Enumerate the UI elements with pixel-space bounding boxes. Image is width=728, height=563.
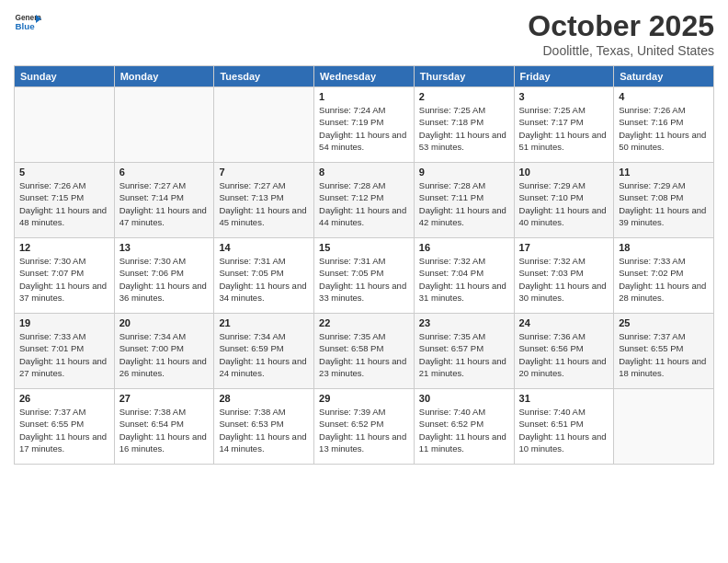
calendar-week-0: 1Sunrise: 7:24 AM Sunset: 7:19 PM Daylig… [15,87,714,163]
calendar-cell: 13Sunrise: 7:30 AM Sunset: 7:06 PM Dayli… [114,238,214,314]
calendar-cell: 1Sunrise: 7:24 AM Sunset: 7:19 PM Daylig… [314,87,415,163]
location: Doolittle, Texas, United States [528,43,714,58]
day-info: Sunrise: 7:31 AM Sunset: 7:05 PM Dayligh… [319,255,409,304]
day-info: Sunrise: 7:40 AM Sunset: 6:51 PM Dayligh… [519,406,609,454]
day-info: Sunrise: 7:30 AM Sunset: 7:06 PM Dayligh… [119,255,210,304]
calendar-cell: 12Sunrise: 7:30 AM Sunset: 7:07 PM Dayli… [15,238,115,314]
day-number: 16 [419,242,509,253]
col-friday: Friday [514,66,614,87]
calendar-cell: 3Sunrise: 7:25 AM Sunset: 7:17 PM Daylig… [514,87,614,163]
calendar-cell: 10Sunrise: 7:29 AM Sunset: 7:10 PM Dayli… [514,163,614,238]
day-number: 31 [519,393,609,404]
day-info: Sunrise: 7:34 AM Sunset: 7:00 PM Dayligh… [119,330,210,379]
day-number: 17 [519,242,609,253]
day-number: 8 [319,167,409,178]
day-number: 24 [519,317,609,328]
month-title: October 2025 [528,9,714,43]
day-info: Sunrise: 7:38 AM Sunset: 6:53 PM Dayligh… [219,406,309,454]
calendar-cell: 29Sunrise: 7:39 AM Sunset: 6:52 PM Dayli… [314,389,415,465]
calendar-cell: 20Sunrise: 7:34 AM Sunset: 7:00 PM Dayli… [114,314,214,389]
day-info: Sunrise: 7:38 AM Sunset: 6:54 PM Dayligh… [119,406,210,454]
day-number: 1 [319,91,409,102]
calendar-week-2: 12Sunrise: 7:30 AM Sunset: 7:07 PM Dayli… [15,238,714,314]
day-info: Sunrise: 7:39 AM Sunset: 6:52 PM Dayligh… [319,406,409,454]
title-block: October 2025 Doolittle, Texas, United St… [528,9,714,58]
calendar-cell: 22Sunrise: 7:35 AM Sunset: 6:58 PM Dayli… [314,314,415,389]
day-number: 6 [119,167,210,178]
calendar-header-row: Sunday Monday Tuesday Wednesday Thursday… [15,66,714,87]
calendar-cell: 19Sunrise: 7:33 AM Sunset: 7:01 PM Dayli… [15,314,115,389]
day-info: Sunrise: 7:28 AM Sunset: 7:12 PM Dayligh… [319,179,409,228]
calendar-cell: 7Sunrise: 7:27 AM Sunset: 7:13 PM Daylig… [214,163,314,238]
col-wednesday: Wednesday [314,66,415,87]
day-info: Sunrise: 7:32 AM Sunset: 7:03 PM Dayligh… [519,255,609,304]
day-info: Sunrise: 7:26 AM Sunset: 7:15 PM Dayligh… [19,179,109,228]
day-number: 2 [419,91,509,102]
day-number: 20 [119,317,210,328]
day-info: Sunrise: 7:36 AM Sunset: 6:56 PM Dayligh… [519,330,609,379]
calendar-week-4: 26Sunrise: 7:37 AM Sunset: 6:55 PM Dayli… [15,389,714,465]
day-number: 23 [419,317,509,328]
calendar-cell: 23Sunrise: 7:35 AM Sunset: 6:57 PM Dayli… [414,314,514,389]
day-info: Sunrise: 7:25 AM Sunset: 7:17 PM Dayligh… [519,104,609,153]
calendar-week-1: 5Sunrise: 7:26 AM Sunset: 7:15 PM Daylig… [15,163,714,238]
calendar-cell [614,389,714,465]
header: General Blue October 2025 Doolittle, Tex… [14,9,714,58]
svg-text:Blue: Blue [16,21,36,31]
calendar-cell: 9Sunrise: 7:28 AM Sunset: 7:11 PM Daylig… [414,163,514,238]
logo: General Blue [14,9,41,37]
day-info: Sunrise: 7:35 AM Sunset: 6:58 PM Dayligh… [319,330,409,379]
day-info: Sunrise: 7:26 AM Sunset: 7:16 PM Dayligh… [619,104,709,153]
day-info: Sunrise: 7:35 AM Sunset: 6:57 PM Dayligh… [419,330,509,379]
calendar-cell: 31Sunrise: 7:40 AM Sunset: 6:51 PM Dayli… [514,389,614,465]
day-number: 4 [619,91,709,102]
calendar-cell: 27Sunrise: 7:38 AM Sunset: 6:54 PM Dayli… [114,389,214,465]
calendar-cell: 30Sunrise: 7:40 AM Sunset: 6:52 PM Dayli… [414,389,514,465]
calendar-cell [15,87,115,163]
day-info: Sunrise: 7:33 AM Sunset: 7:02 PM Dayligh… [619,255,709,304]
calendar-cell: 11Sunrise: 7:29 AM Sunset: 7:08 PM Dayli… [614,163,714,238]
day-info: Sunrise: 7:31 AM Sunset: 7:05 PM Dayligh… [219,255,309,304]
day-info: Sunrise: 7:37 AM Sunset: 6:55 PM Dayligh… [19,406,109,454]
day-number: 15 [319,242,409,253]
day-number: 10 [519,167,609,178]
day-number: 21 [219,317,309,328]
day-number: 14 [219,242,309,253]
day-info: Sunrise: 7:25 AM Sunset: 7:18 PM Dayligh… [419,104,509,153]
day-number: 3 [519,91,609,102]
day-number: 25 [619,317,709,328]
day-number: 28 [219,393,309,404]
calendar-cell: 14Sunrise: 7:31 AM Sunset: 7:05 PM Dayli… [214,238,314,314]
calendar-cell: 24Sunrise: 7:36 AM Sunset: 6:56 PM Dayli… [514,314,614,389]
day-number: 22 [319,317,409,328]
calendar-cell: 18Sunrise: 7:33 AM Sunset: 7:02 PM Dayli… [614,238,714,314]
calendar-cell: 17Sunrise: 7:32 AM Sunset: 7:03 PM Dayli… [514,238,614,314]
day-number: 9 [419,167,509,178]
day-number: 29 [319,393,409,404]
day-number: 26 [19,393,109,404]
day-number: 18 [619,242,709,253]
day-number: 11 [619,167,709,178]
calendar-cell: 28Sunrise: 7:38 AM Sunset: 6:53 PM Dayli… [214,389,314,465]
col-sunday: Sunday [15,66,115,87]
calendar-cell: 5Sunrise: 7:26 AM Sunset: 7:15 PM Daylig… [15,163,115,238]
logo-icon: General Blue [14,9,41,37]
day-info: Sunrise: 7:27 AM Sunset: 7:14 PM Dayligh… [119,179,210,228]
calendar-cell: 26Sunrise: 7:37 AM Sunset: 6:55 PM Dayli… [15,389,115,465]
day-info: Sunrise: 7:40 AM Sunset: 6:52 PM Dayligh… [419,406,509,454]
day-number: 27 [119,393,210,404]
day-number: 12 [19,242,109,253]
day-info: Sunrise: 7:27 AM Sunset: 7:13 PM Dayligh… [219,179,309,228]
day-info: Sunrise: 7:29 AM Sunset: 7:10 PM Dayligh… [519,179,609,228]
day-info: Sunrise: 7:29 AM Sunset: 7:08 PM Dayligh… [619,179,709,228]
calendar-cell: 6Sunrise: 7:27 AM Sunset: 7:14 PM Daylig… [114,163,214,238]
page-container: General Blue October 2025 Doolittle, Tex… [0,0,728,563]
day-number: 7 [219,167,309,178]
day-info: Sunrise: 7:34 AM Sunset: 6:59 PM Dayligh… [219,330,309,379]
day-info: Sunrise: 7:33 AM Sunset: 7:01 PM Dayligh… [19,330,109,379]
calendar-cell [114,87,214,163]
day-info: Sunrise: 7:30 AM Sunset: 7:07 PM Dayligh… [19,255,109,304]
calendar-cell [214,87,314,163]
calendar-cell: 4Sunrise: 7:26 AM Sunset: 7:16 PM Daylig… [614,87,714,163]
calendar-cell: 25Sunrise: 7:37 AM Sunset: 6:55 PM Dayli… [614,314,714,389]
